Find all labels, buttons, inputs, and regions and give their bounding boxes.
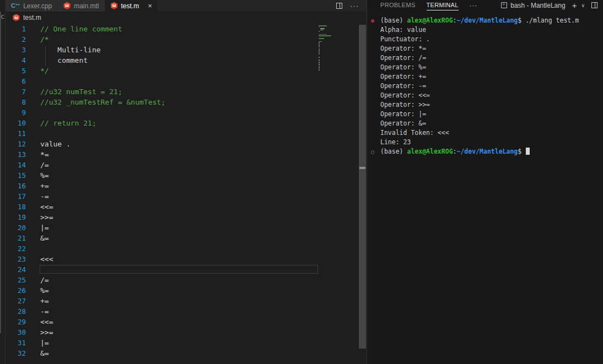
terminal-text: Operator: |= <box>380 110 426 118</box>
tab-label: test.m <box>121 2 139 10</box>
code-editor[interactable]: 1// One line comment2/*3 Multi-line4 com… <box>6 24 367 364</box>
close-tab-icon[interactable]: × <box>148 2 152 10</box>
minimap-line <box>319 25 327 26</box>
code-line[interactable]: 26%= <box>6 285 367 296</box>
terminal-output[interactable]: ⊗(base) alex@AlexROG:~/dev/MantleLang$ .… <box>367 16 603 156</box>
code-line[interactable]: 27+= <box>6 296 367 306</box>
code-line[interactable]: 13*= <box>6 149 367 160</box>
line-number: 9 <box>6 107 26 118</box>
minimap-line <box>319 41 322 42</box>
code-line[interactable]: 21&= <box>6 233 367 243</box>
line-number: 32 <box>6 348 26 358</box>
code-line[interactable]: 12value . <box>6 139 367 149</box>
code-line[interactable]: 7//u32 numTest = 21; <box>6 86 367 97</box>
terminal-session-label[interactable]: bash - MantleLang <box>510 2 565 9</box>
code-line[interactable]: 30>>= <box>6 327 367 338</box>
tab-terminal[interactable]: TERMINAL <box>427 1 459 10</box>
code-line[interactable]: 2/* <box>6 34 367 45</box>
new-terminal-icon[interactable]: + <box>572 1 577 9</box>
line-number: 26 <box>6 285 26 296</box>
editor-group: C++ Lexer.cpp M main.mtl M test.m × ··· … <box>6 0 367 364</box>
code-line[interactable]: 14/= <box>6 160 367 170</box>
code-line[interactable]: 25/= <box>6 275 367 285</box>
terminal-line: Operator: |= <box>367 110 603 119</box>
panel-more-actions-icon[interactable]: ··· <box>470 2 478 9</box>
line-number: 5 <box>6 66 26 76</box>
minimap-line <box>319 27 320 28</box>
line-number: 29 <box>6 317 26 327</box>
minimap-line <box>319 47 320 48</box>
prompt-path: ~/dev/MantleLang <box>457 17 518 24</box>
code-line[interactable]: 3 Multi-line <box>6 45 367 55</box>
tab-main-mtl[interactable]: M main.mtl <box>58 0 105 12</box>
editor-scrollbar[interactable] <box>359 24 366 364</box>
code-line[interactable]: 10// return 21; <box>6 118 367 128</box>
mantle-file-icon: M <box>111 2 118 9</box>
split-editor-icon[interactable] <box>336 3 342 9</box>
clipped-scrollbar <box>0 12 1 333</box>
terminal-line: Operator: &= <box>367 119 603 128</box>
terminal-line: Alpha: value <box>367 25 603 35</box>
tab-lexer-cpp[interactable]: C++ Lexer.cpp <box>6 0 58 12</box>
terminal-text: Invalid Token: <<< <box>380 129 449 137</box>
minimap[interactable] <box>319 25 337 71</box>
code-line[interactable]: 32&= <box>6 348 367 358</box>
code-line[interactable]: 28-= <box>6 306 367 317</box>
code-text: &= <box>40 233 49 243</box>
terminal-text: $ <box>518 148 525 155</box>
code-line[interactable]: 5*/ <box>6 66 367 76</box>
code-text: <<= <box>40 317 53 327</box>
code-line[interactable]: 17-= <box>6 191 367 202</box>
terminal-line: Operator: += <box>367 72 603 82</box>
split-terminal-icon[interactable] <box>591 2 597 8</box>
terminal-line: Invalid Token: <<< <box>367 128 603 138</box>
editor-more-actions-icon[interactable]: ··· <box>350 2 359 10</box>
terminal-panel: PROBLEMS TERMINAL ··· bash - MantleLang … <box>367 0 603 364</box>
terminal-dropdown-chevron-icon[interactable]: ∨ <box>581 3 585 8</box>
code-text: Multi-line <box>40 45 101 55</box>
line-number: 15 <box>6 170 26 181</box>
code-text: /* <box>40 34 49 45</box>
code-line[interactable]: 8//u32 _numTestRef = &numTest; <box>6 97 367 107</box>
code-line[interactable]: 20|= <box>6 222 367 233</box>
code-text: -= <box>40 191 49 202</box>
minimap-line <box>319 59 320 61</box>
line-number: 25 <box>6 275 26 285</box>
terminal-text: Operator: &= <box>380 119 426 127</box>
minimap-line <box>319 61 320 62</box>
code-line[interactable]: 9 <box>6 107 367 118</box>
terminal-text: Operator: -= <box>380 82 426 90</box>
code-line[interactable]: 16+= <box>6 181 367 191</box>
line-number: 23 <box>6 254 26 264</box>
terminal-prompt-line: ⊗(base) alex@AlexROG:~/dev/MantleLang$ .… <box>367 16 603 25</box>
code-line[interactable]: 24 <box>6 264 367 275</box>
minimap-line <box>319 66 320 67</box>
code-text: *= <box>40 149 49 160</box>
code-line[interactable]: 11 <box>6 128 367 139</box>
minimap-line <box>319 52 320 53</box>
vscode-window: c C++ Lexer.cpp M main.mtl M test.m × ··… <box>0 0 603 364</box>
code-line[interactable]: 29<<= <box>6 317 367 327</box>
scrollbar-thumb[interactable] <box>359 25 366 349</box>
tab-test-m[interactable]: M test.m × <box>105 0 158 12</box>
tab-problems[interactable]: PROBLEMS <box>380 1 416 10</box>
code-line[interactable]: 23<<< <box>6 254 367 264</box>
code-line[interactable]: 4 comment <box>6 55 367 66</box>
command-pending-icon: ○ <box>371 147 374 156</box>
minimap-line <box>319 57 320 58</box>
code-line[interactable]: 15%= <box>6 170 367 181</box>
code-line[interactable]: 1// One line comment <box>6 24 367 34</box>
line-number: 7 <box>6 86 26 97</box>
terminal-text: Line: 23 <box>380 138 411 146</box>
breadcrumb[interactable]: M test.m <box>6 12 367 24</box>
line-number: 18 <box>6 202 26 212</box>
code-line[interactable]: 22 <box>6 243 367 254</box>
code-line[interactable]: 19>>= <box>6 212 367 222</box>
terminal-text: Operator: >>= <box>380 101 430 108</box>
code-line[interactable]: 31|= <box>6 338 367 348</box>
code-text: // One line comment <box>40 24 122 34</box>
code-line[interactable]: 6 <box>6 76 367 86</box>
panel-header: PROBLEMS TERMINAL ··· bash - MantleLang … <box>367 0 603 10</box>
terminal-line: Line: 23 <box>367 138 603 147</box>
code-line[interactable]: 18<<= <box>6 202 367 212</box>
